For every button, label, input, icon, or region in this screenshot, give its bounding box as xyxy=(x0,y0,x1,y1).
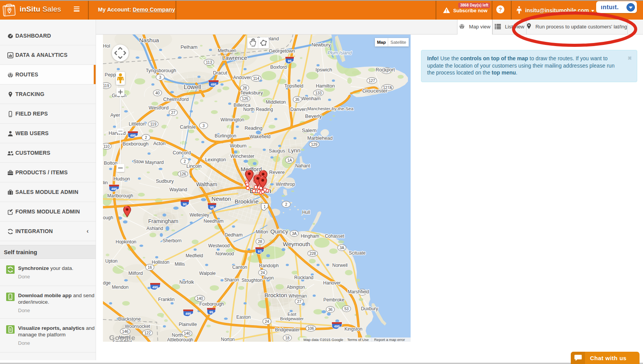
svg-text:Lexington: Lexington xyxy=(205,157,226,162)
svg-text:Winthrop: Winthrop xyxy=(276,182,295,187)
svg-text:Woburn: Woburn xyxy=(230,143,247,149)
svg-text:140: 140 xyxy=(184,331,191,336)
svg-text:Wakefield: Wakefield xyxy=(250,134,270,139)
svg-text:Easton: Easton xyxy=(236,314,250,320)
svg-text:129: 129 xyxy=(311,142,318,147)
svg-text:53: 53 xyxy=(344,307,349,311)
svg-text:Littleton: Littleton xyxy=(129,121,146,127)
svg-text:Lynn: Lynn xyxy=(288,147,300,154)
svg-text:495: 495 xyxy=(210,83,216,86)
svg-text:24: 24 xyxy=(260,271,265,275)
svg-text:Middleton: Middleton xyxy=(266,99,286,105)
svg-text:95: 95 xyxy=(210,205,214,209)
svg-text:Franklin: Franklin xyxy=(158,297,175,302)
svg-text:Woonsocket: Woonsocket xyxy=(125,324,150,329)
svg-text:Georgetown: Georgetown xyxy=(269,48,295,54)
svg-text:1: 1 xyxy=(263,205,266,209)
svg-text:228: 228 xyxy=(310,251,316,256)
svg-text:Norwell: Norwell xyxy=(332,263,348,268)
svg-text:Report a map error: Report a map error xyxy=(374,338,405,342)
svg-text:Bridgewater: Bridgewater xyxy=(275,327,300,333)
svg-text:Marlborough: Marlborough xyxy=(107,193,133,199)
svg-text:ough: ough xyxy=(103,215,113,220)
svg-text:495: 495 xyxy=(334,324,340,328)
svg-text:Attleborough: Attleborough xyxy=(167,337,193,342)
svg-text:Lawrence: Lawrence xyxy=(222,55,247,61)
svg-text:Norton: Norton xyxy=(221,337,235,342)
svg-text:495: 495 xyxy=(152,285,158,289)
svg-text:Brookline: Brookline xyxy=(235,198,259,205)
svg-text:Sudbury: Sudbury xyxy=(156,179,174,184)
svg-text:Map data ©2015 Google: Map data ©2015 Google xyxy=(303,338,343,342)
svg-text:18: 18 xyxy=(285,336,290,340)
svg-text:dge: dge xyxy=(103,280,111,286)
svg-text:East: East xyxy=(287,312,297,316)
svg-text:95: 95 xyxy=(209,310,213,314)
svg-text:106: 106 xyxy=(308,326,314,331)
svg-text:93: 93 xyxy=(258,250,262,253)
svg-text:lin: lin xyxy=(103,180,108,185)
svg-text:Weymouth: Weymouth xyxy=(283,241,310,247)
svg-text:Methuen: Methuen xyxy=(218,48,237,53)
svg-text:Westford: Westford xyxy=(149,105,169,111)
svg-text:127: 127 xyxy=(369,79,375,83)
svg-text:Duxbury: Duxbury xyxy=(361,306,378,311)
svg-text:Wellesley: Wellesley xyxy=(189,212,209,218)
svg-text:Holliston: Holliston xyxy=(152,260,169,265)
svg-text:Satellite: Satellite xyxy=(391,40,406,45)
svg-text:Framingham: Framingham xyxy=(148,218,179,224)
svg-text:Bridgewater: Bridgewater xyxy=(280,316,304,321)
svg-text:110: 110 xyxy=(103,144,109,149)
svg-text:Quincy: Quincy xyxy=(270,228,288,235)
svg-text:2: 2 xyxy=(145,136,147,140)
svg-text:Ashland: Ashland xyxy=(146,226,163,231)
svg-text:Milford: Milford xyxy=(128,271,143,276)
svg-text:Hamilton: Hamilton xyxy=(316,83,335,89)
svg-text:24: 24 xyxy=(265,319,269,324)
svg-text:Brockton: Brockton xyxy=(264,292,287,298)
svg-text:Sherborn: Sherborn xyxy=(162,238,181,243)
svg-text:Norfolk: Norfolk xyxy=(179,280,194,285)
svg-text:28: 28 xyxy=(258,240,262,244)
svg-text:Ayer: Ayer xyxy=(110,113,120,118)
svg-text:3: 3 xyxy=(202,124,205,128)
svg-text:Lincoln: Lincoln xyxy=(186,164,202,169)
svg-text:Abington: Abington xyxy=(287,285,305,290)
svg-text:Walpole: Walpole xyxy=(199,271,216,276)
svg-text:North Reading: North Reading xyxy=(243,107,273,112)
svg-text:Pembroke: Pembroke xyxy=(323,297,345,303)
svg-text:Plainville: Plainville xyxy=(179,322,197,327)
svg-text:Upton: Upton xyxy=(105,258,118,264)
svg-text:Map: Map xyxy=(377,40,386,45)
svg-text:495: 495 xyxy=(111,187,117,191)
svg-text:Chelmsford: Chelmsford xyxy=(163,96,189,102)
svg-text:Nahant: Nahant xyxy=(295,163,310,169)
svg-text:Ipswich: Ipswich xyxy=(315,67,332,73)
svg-text:Carlisle: Carlisle xyxy=(180,124,196,130)
svg-text:Avon: Avon xyxy=(263,275,273,281)
svg-text:Hol: Hol xyxy=(103,43,110,49)
svg-text:Dedham: Dedham xyxy=(224,232,242,238)
svg-text:Wilmington: Wilmington xyxy=(220,117,244,122)
svg-text:Gloucester: Gloucester xyxy=(362,88,388,94)
svg-text:Waltham: Waltham xyxy=(196,181,217,187)
svg-text:2: 2 xyxy=(285,202,287,207)
svg-text:3A: 3A xyxy=(292,232,297,236)
svg-text:Newton: Newton xyxy=(212,195,231,202)
svg-text:Randolph: Randolph xyxy=(259,263,278,268)
svg-text:Sharon: Sharon xyxy=(224,277,239,283)
svg-text:Acton: Acton xyxy=(153,141,166,146)
svg-text:Boxford: Boxford xyxy=(270,65,287,70)
svg-text:Danvers: Danvers xyxy=(290,107,308,112)
svg-text:Blackstone: Blackstone xyxy=(118,316,141,322)
svg-text:Westwood: Westwood xyxy=(208,243,230,248)
svg-text:Hingham: Hingham xyxy=(301,233,319,239)
svg-text:Mendon: Mendon xyxy=(112,285,128,290)
svg-text:Boxborough: Boxborough xyxy=(123,141,148,147)
svg-text:Wayland: Wayland xyxy=(169,187,187,192)
svg-text:Wenham: Wenham xyxy=(302,96,321,101)
svg-text:Winchester: Winchester xyxy=(230,154,255,159)
svg-text:Canton: Canton xyxy=(232,265,247,270)
svg-text:146: 146 xyxy=(122,329,129,334)
svg-text:Terms of Use: Terms of Use xyxy=(347,338,369,342)
